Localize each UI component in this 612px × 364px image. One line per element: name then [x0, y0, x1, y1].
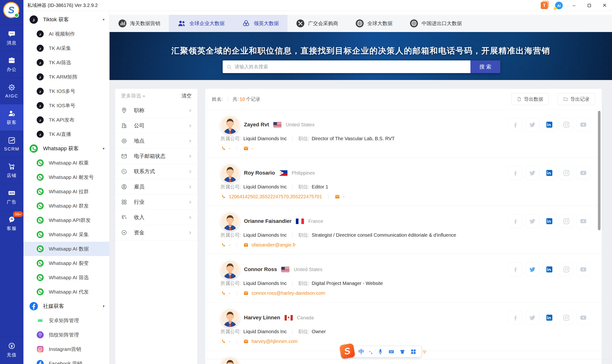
ime-assistant-emoji-icon[interactable] — [421, 349, 427, 355]
sogou-logo-icon[interactable]: S — [339, 343, 355, 359]
rail-item-recharge[interactable]: 充值 — [0, 337, 23, 363]
sidebar-item-wa-fission[interactable]: Whatsapp AI 裂变 — [23, 256, 109, 270]
sidebar-item-wa-api-mass[interactable]: Whatsapp API群发 — [23, 213, 109, 227]
email-value[interactable]: - — [343, 194, 345, 199]
sidebar-item-wa-weight[interactable]: Whatsapp AI 权重 — [23, 156, 109, 170]
toolbox-grid-icon[interactable] — [410, 349, 416, 355]
twitter-icon[interactable] — [525, 166, 539, 180]
rail-item-aigc[interactable]: AIAIGC — [0, 78, 23, 104]
filter-item-email-status[interactable]: 电子邮箱状态› — [115, 149, 197, 164]
filter-item-revenue[interactable]: 收入› — [115, 210, 197, 225]
phone-value[interactable]: - — [229, 290, 231, 296]
sidebar-item-wa-collect[interactable]: Whatsapp AI 采集 — [23, 227, 109, 242]
tab-customs-marketing[interactable]: 海关数据营销 — [110, 15, 169, 32]
instagram-icon[interactable] — [559, 262, 573, 276]
twitter-icon[interactable] — [525, 311, 539, 325]
youtube-icon[interactable] — [576, 118, 590, 132]
facebook-icon[interactable] — [508, 262, 522, 276]
sidebar-item-instagram-marketing[interactable]: Instagram营销 — [23, 342, 109, 356]
skin-icon[interactable] — [399, 349, 405, 355]
clear-filters-button[interactable]: 清空 — [181, 92, 192, 99]
instagram-icon[interactable] — [559, 166, 573, 180]
youtube-icon[interactable] — [576, 214, 590, 228]
translate-icon[interactable]: T — [541, 2, 548, 9]
filter-item-funding[interactable]: 资金› — [115, 225, 197, 240]
tab-canton-fair-buyers[interactable]: 广交会采购商 — [288, 15, 347, 32]
sidebar-item-tk-ai-live[interactable]: ♪♪♪TK AI直播 — [23, 127, 109, 141]
search-button[interactable]: 搜索 — [470, 60, 500, 73]
sidebar-item-wa-mass-send[interactable]: Whatsapp AI 群发 — [23, 199, 109, 213]
instagram-icon[interactable] — [559, 214, 573, 228]
sidebar-item-wa-pull-group[interactable]: Whatsapp AI 拉群 — [23, 184, 109, 199]
linkedin-icon[interactable] — [542, 166, 556, 180]
facebook-icon[interactable] — [508, 118, 522, 132]
filter-item-employees[interactable]: 雇员› — [115, 179, 197, 195]
linkedin-icon[interactable] — [542, 311, 556, 325]
sidebar-item-wa-data[interactable]: Whatsapp AI 数据 — [23, 242, 109, 256]
export-data-button[interactable]: 导出数据 — [511, 93, 549, 105]
sidebar-item-tiktok-group[interactable]: ♪♪♪Tiktok 获客▾ — [23, 13, 109, 27]
twitter-icon[interactable] — [525, 262, 539, 276]
facebook-icon[interactable] — [508, 214, 522, 228]
tab-china-import-export[interactable]: 中国进出口大数据 — [401, 15, 470, 32]
tab-global-data[interactable]: 全球大数据 — [347, 15, 401, 32]
filter-item-company[interactable]: 公司› — [115, 118, 197, 133]
maximize-button[interactable] — [585, 1, 593, 10]
tab-global-company-data[interactable]: 全球企业大数据 — [169, 15, 233, 32]
sidebar-item-social-group[interactable]: 社媒获客▾ — [23, 299, 109, 313]
sidebar-item-tk-api-publish[interactable]: ♪♪♪TK API发布 — [23, 113, 109, 127]
sidebar-item-fingerprint-matrix[interactable]: 指纹矩阵管理 — [23, 328, 109, 342]
search-input[interactable] — [234, 64, 467, 70]
twitter-icon[interactable] — [525, 214, 539, 228]
youtube-icon[interactable] — [576, 262, 590, 276]
email-value[interactable]: ofaisandier@angie.fr — [251, 242, 296, 248]
sidebar-item-tk-ai-collect[interactable]: ♪♪♪TK AI采集 — [23, 41, 109, 55]
sidebar-item-tk-ios-multi[interactable]: ♪♪♪TK IOS多号 — [23, 84, 109, 98]
sidebar-item-tk-arm-matrix[interactable]: ♪♪♪TK ARM矩阵 — [23, 70, 109, 84]
linkedin-icon[interactable] — [542, 118, 556, 132]
sidebar-item-ai-video[interactable]: ♪♪♪AI 视频制作 — [23, 27, 109, 41]
sidebar-item-wa-durable[interactable]: Whatsapp AI 耐发号 — [23, 170, 109, 184]
microphone-icon[interactable] — [377, 349, 383, 355]
rail-item-messages[interactable]: 消息 — [0, 25, 23, 51]
ime-punctuation-icon[interactable]: ·, — [369, 349, 372, 355]
filter-item-industry[interactable]: 行业› — [115, 195, 197, 210]
rail-item-support[interactable]: AI客服99+ — [0, 210, 23, 237]
filter-item-location[interactable]: 地点› — [115, 133, 197, 149]
phone-value[interactable]: - — [229, 242, 231, 248]
email-value[interactable]: connor.ross@harley-davidson.com — [251, 290, 325, 296]
instagram-icon[interactable] — [559, 311, 573, 325]
minimize-button[interactable]: – — [570, 1, 578, 10]
sidebar-item-tk-ios-single[interactable]: ♪♪♪TK IOS单号 — [23, 98, 109, 113]
rail-item-ads[interactable]: ADS广告 — [0, 184, 23, 210]
tab-linkedin-data[interactable]: 领英大数据 — [233, 15, 288, 32]
scrollbar-thumb[interactable] — [598, 111, 600, 230]
export-records-button[interactable]: 导出记录 — [558, 93, 595, 105]
phone-value[interactable]: - — [229, 146, 231, 151]
filter-item-title[interactable]: 职称› — [115, 103, 197, 118]
facebook-icon[interactable] — [508, 166, 522, 180]
youtube-icon[interactable] — [576, 311, 590, 325]
rail-item-shop[interactable]: 店铺 — [0, 157, 23, 184]
sidebar-item-tk-ai-filter[interactable]: ♪♪♪TK AI筛选 — [23, 55, 109, 70]
instagram-icon[interactable] — [559, 118, 573, 132]
ime-chinese-mode-icon[interactable]: 中 — [359, 348, 364, 355]
filter-item-contact-way[interactable]: 联系方式› — [115, 164, 197, 179]
rail-item-office[interactable]: 办公 — [0, 51, 23, 78]
youtube-icon[interactable] — [576, 166, 590, 180]
linkedin-icon[interactable] — [542, 214, 556, 228]
email-value[interactable]: - — [251, 146, 253, 151]
sidebar-item-wa-proxy-send[interactable]: Whatsapp AI 代发 — [23, 285, 109, 299]
phone-value[interactable]: 12064142502,35522247570,355222475701 — [229, 194, 322, 199]
email-value[interactable]: harvey@hjlinnen.com — [251, 339, 298, 344]
more-filters-toggle[interactable]: 更多筛选 » — [121, 92, 145, 99]
rail-item-scrm[interactable]: SCRM — [0, 131, 23, 157]
keyboard-icon[interactable] — [388, 349, 394, 355]
sidebar-item-wa-filter[interactable]: Whatsapp AI 筛选 — [23, 270, 109, 285]
linkedin-icon[interactable] — [542, 262, 556, 276]
sidebar-item-whatsapp-group[interactable]: Whatsapp 获客▾ — [23, 141, 109, 156]
facebook-icon[interactable] — [508, 311, 522, 325]
rail-item-acquisition[interactable]: 获客 — [0, 104, 23, 131]
twitter-icon[interactable] — [525, 118, 539, 132]
sidebar-item-facebook-marketing[interactable]: Facebook 营销 — [23, 356, 109, 364]
